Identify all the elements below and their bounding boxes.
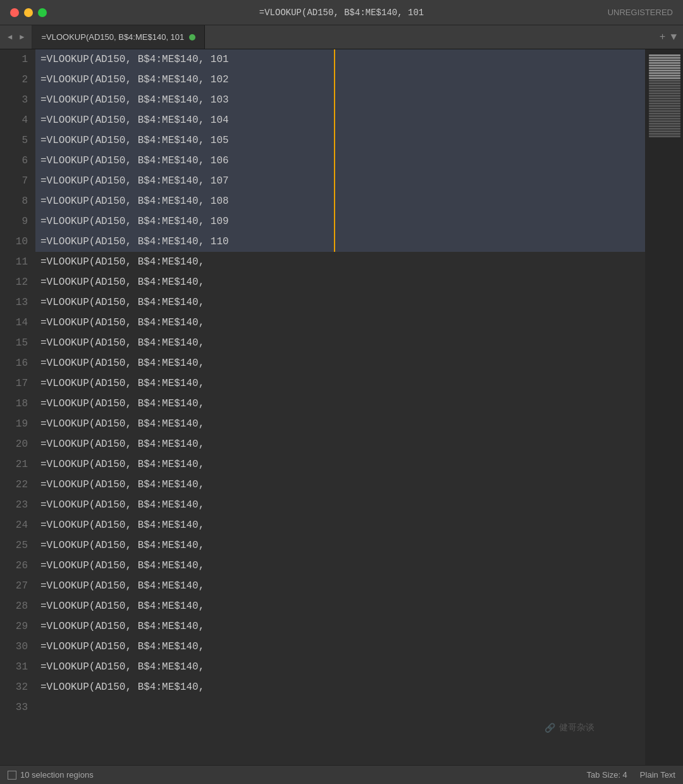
table-row[interactable]: =VLOOKUP(AD150, B$4:ME$140, — [35, 313, 645, 333]
table-row[interactable]: =VLOOKUP(AD150, B$4:ME$140, — [35, 373, 645, 394]
minimap — [645, 49, 683, 765]
watermark-icon: 🔗 — [545, 723, 555, 733]
unregistered-label: UNREGISTERED — [608, 8, 673, 17]
line-number: 27 — [10, 576, 28, 596]
maximize-button[interactable] — [38, 8, 47, 17]
titlebar: =VLOOKUP(AD150, B$4:ME$140, 101 UNREGIST… — [0, 0, 683, 25]
watermark: 🔗 健哥杂谈 — [545, 722, 594, 733]
minimap-line — [649, 65, 680, 66]
table-row[interactable]: =VLOOKUP(AD150, B$4:ME$140, 103 — [35, 90, 645, 110]
line-number: 19 — [10, 414, 28, 434]
table-row[interactable]: =VLOOKUP(AD150, B$4:ME$140, 109 — [35, 211, 645, 232]
line-number: 30 — [10, 637, 28, 657]
line-numbers: 1234567891011121314151617181920212223242… — [0, 49, 35, 765]
table-row[interactable]: =VLOOKUP(AD150, B$4:ME$140, 101 — [35, 49, 645, 70]
selection-indicator — [334, 49, 335, 252]
table-row[interactable]: =VLOOKUP(AD150, B$4:ME$140, 106 — [35, 151, 645, 171]
table-row[interactable]: =VLOOKUP(AD150, B$4:ME$140, — [35, 454, 645, 475]
line-number: 3 — [10, 90, 28, 110]
line-number: 29 — [10, 616, 28, 637]
table-row[interactable]: =VLOOKUP(AD150, B$4:ME$140, — [35, 616, 645, 637]
tab-label: =VLOOKUP(AD150, B$4:ME$140, 101 — [41, 32, 184, 42]
table-row[interactable]: =VLOOKUP(AD150, B$4:ME$140, — [35, 414, 645, 434]
minimap-line — [649, 80, 680, 82]
minimap-line — [649, 97, 680, 99]
table-row[interactable]: =VLOOKUP(AD150, B$4:ME$140, — [35, 576, 645, 596]
table-row[interactable]: =VLOOKUP(AD150, B$4:ME$140, — [35, 333, 645, 353]
table-row[interactable]: =VLOOKUP(AD150, B$4:ME$140, — [35, 556, 645, 576]
table-row[interactable]: =VLOOKUP(AD150, B$4:ME$140, — [35, 434, 645, 454]
line-number: 7 — [10, 171, 28, 191]
minimap-line — [649, 87, 680, 89]
tab-modified-dot — [189, 34, 195, 40]
line-number: 26 — [10, 556, 28, 576]
line-number: 33 — [10, 697, 28, 718]
table-row[interactable]: =VLOOKUP(AD150, B$4:ME$140, — [35, 515, 645, 535]
table-row[interactable]: =VLOOKUP(AD150, B$4:ME$140, 110 — [35, 232, 645, 252]
table-row[interactable]: =VLOOKUP(AD150, B$4:ME$140, 102 — [35, 70, 645, 90]
minimap-line — [649, 123, 680, 125]
table-row[interactable]: =VLOOKUP(AD150, B$4:ME$140, 105 — [35, 130, 645, 151]
table-row[interactable]: =VLOOKUP(AD150, B$4:ME$140, — [35, 353, 645, 373]
minimap-line — [649, 128, 680, 130]
line-number: 32 — [10, 677, 28, 697]
line-number: 31 — [10, 657, 28, 677]
table-row[interactable]: =VLOOKUP(AD150, B$4:ME$140, — [35, 677, 645, 697]
minimap-line — [649, 57, 680, 59]
line-number: 2 — [10, 70, 28, 90]
line-number: 6 — [10, 151, 28, 171]
minimap-line — [649, 90, 680, 92]
table-row[interactable]: =VLOOKUP(AD150, B$4:ME$140, — [35, 475, 645, 495]
nav-right-arrow[interactable]: ▶ — [17, 31, 27, 43]
code-lines: =VLOOKUP(AD150, B$4:ME$140, 101=VLOOKUP(… — [35, 49, 645, 718]
table-row[interactable]: =VLOOKUP(AD150, B$4:ME$140, 108 — [35, 191, 645, 211]
add-tab-button[interactable]: + — [660, 32, 666, 43]
tabbar-actions: + ▼ — [653, 25, 683, 49]
table-row[interactable]: =VLOOKUP(AD150, B$4:ME$140, — [35, 596, 645, 616]
minimap-line — [649, 130, 680, 132]
minimap-line — [649, 133, 680, 135]
minimap-line — [649, 67, 680, 69]
minimize-button[interactable] — [24, 8, 33, 17]
table-row[interactable]: =VLOOKUP(AD150, B$4:ME$140, — [35, 495, 645, 515]
line-number: 4 — [10, 110, 28, 130]
table-row[interactable]: =VLOOKUP(AD150, B$4:ME$140, — [35, 535, 645, 556]
minimap-line — [649, 54, 680, 56]
line-number: 11 — [10, 252, 28, 272]
line-number: 13 — [10, 292, 28, 313]
selection-checkbox[interactable] — [8, 771, 16, 780]
tab-size-label[interactable]: Tab Size: 4 — [587, 770, 627, 780]
minimap-line — [649, 72, 680, 74]
table-row[interactable]: =VLOOKUP(AD150, B$4:ME$140, — [35, 394, 645, 414]
table-row[interactable]: =VLOOKUP(AD150, B$4:ME$140, 107 — [35, 171, 645, 191]
code-content[interactable]: =VLOOKUP(AD150, B$4:ME$140, 101=VLOOKUP(… — [35, 49, 645, 765]
table-row[interactable]: =VLOOKUP(AD150, B$4:ME$140, — [35, 292, 645, 313]
minimap-line — [649, 62, 680, 64]
table-row[interactable] — [35, 697, 645, 718]
close-button[interactable] — [10, 8, 19, 17]
minimap-line — [649, 59, 680, 61]
table-row[interactable]: =VLOOKUP(AD150, B$4:ME$140, — [35, 272, 645, 292]
active-tab[interactable]: =VLOOKUP(AD150, B$4:ME$140, 101 — [32, 25, 205, 49]
minimap-line — [649, 103, 680, 104]
table-row[interactable]: =VLOOKUP(AD150, B$4:ME$140, — [35, 657, 645, 677]
minimap-line — [649, 95, 680, 97]
selection-info: 10 selection regions — [20, 770, 94, 780]
table-row[interactable]: =VLOOKUP(AD150, B$4:ME$140, — [35, 252, 645, 272]
minimap-line — [649, 110, 680, 112]
minimap-line — [649, 105, 680, 107]
minimap-line — [649, 135, 680, 137]
statusbar: 10 selection regions Tab Size: 4 Plain T… — [0, 765, 683, 784]
minimap-line — [649, 108, 680, 109]
minimap-line — [649, 70, 680, 72]
syntax-label[interactable]: Plain Text — [640, 770, 675, 780]
table-row[interactable]: =VLOOKUP(AD150, B$4:ME$140, 104 — [35, 110, 645, 130]
minimap-content — [649, 54, 680, 138]
editor-area: 1234567891011121314151617181920212223242… — [0, 49, 683, 765]
tab-dropdown-button[interactable]: ▼ — [670, 32, 677, 43]
line-number: 20 — [10, 434, 28, 454]
line-number: 24 — [10, 515, 28, 535]
nav-left-arrow[interactable]: ◀ — [5, 31, 15, 43]
table-row[interactable]: =VLOOKUP(AD150, B$4:ME$140, — [35, 637, 645, 657]
line-number: 18 — [10, 394, 28, 414]
